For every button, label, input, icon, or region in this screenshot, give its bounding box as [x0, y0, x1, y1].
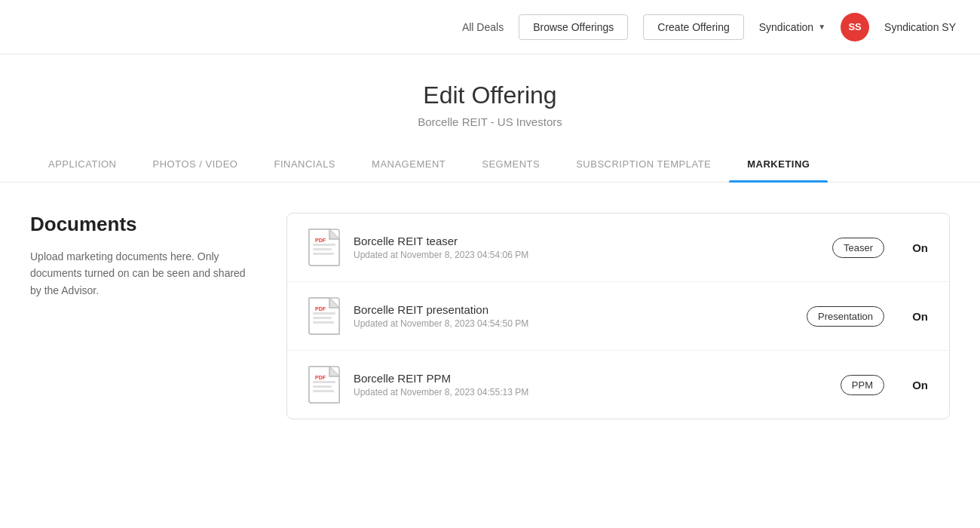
document-row-teaser: PDF Borcelle REIT teaser Updated at Nove…	[287, 213, 949, 282]
svg-text:PDF: PDF	[315, 375, 326, 380]
left-panel: Documents Upload marketing documents her…	[30, 213, 256, 419]
documents-section-title: Documents	[30, 213, 256, 236]
svg-rect-2	[313, 248, 332, 250]
pdf-icon-teaser: PDF	[308, 229, 340, 266]
svg-rect-8	[313, 321, 334, 324]
svg-rect-11	[313, 381, 335, 383]
doc-name-ppm: Borcelle REIT PPM	[354, 372, 827, 385]
pdf-icon-presentation: PDF	[308, 297, 340, 335]
right-panel: PDF Borcelle REIT teaser Updated at Nove…	[286, 213, 950, 419]
tab-marketing[interactable]: MARKETING	[729, 146, 828, 182]
pdf-icon-ppm: PDF	[308, 366, 340, 404]
document-row-presentation: PDF Borcelle REIT presentation Updated a…	[287, 282, 949, 351]
doc-status-teaser: On	[898, 241, 928, 254]
browse-offerings-button[interactable]: Browse Offerings	[519, 14, 628, 40]
doc-status-ppm: On	[898, 379, 928, 391]
header: All Deals Browse Offerings Create Offeri…	[0, 0, 980, 54]
main-content: Documents Upload marketing documents her…	[0, 183, 980, 419]
tab-application[interactable]: APPLICATION	[30, 146, 135, 182]
user-name-label: Syndication SY	[884, 21, 956, 33]
svg-rect-6	[313, 312, 335, 315]
chevron-down-icon: ▼	[818, 23, 825, 31]
avatar: SS	[841, 13, 869, 41]
doc-name-teaser: Borcelle REIT teaser	[354, 235, 819, 247]
tab-segments[interactable]: SEGMENTS	[464, 146, 558, 182]
svg-rect-12	[313, 385, 332, 388]
all-deals-link[interactable]: All Deals	[462, 21, 504, 33]
page-title-area: Edit Offering Borcelle REIT - US Investo…	[0, 54, 980, 146]
tab-photos-video[interactable]: PHOTOS / VIDEO	[135, 146, 256, 182]
page-title: Edit Offering	[0, 81, 980, 109]
svg-rect-1	[313, 244, 335, 246]
doc-badge-teaser[interactable]: Teaser	[832, 238, 884, 258]
documents-section-description: Upload marketing documents here. Only do…	[30, 248, 256, 299]
svg-rect-7	[313, 317, 332, 319]
tab-financials[interactable]: FINANCIALS	[256, 146, 354, 182]
doc-info-ppm: Borcelle REIT PPM Updated at November 8,…	[354, 372, 827, 398]
doc-updated-ppm: Updated at November 8, 2023 04:55:13 PM	[354, 387, 827, 398]
doc-info-presentation: Borcelle REIT presentation Updated at No…	[354, 303, 793, 329]
create-offering-button[interactable]: Create Offering	[643, 14, 743, 40]
tab-management[interactable]: MANAGEMENT	[354, 146, 464, 182]
syndication-label: Syndication	[759, 21, 813, 33]
tabs-bar: APPLICATION PHOTOS / VIDEO FINANCIALS MA…	[0, 146, 980, 183]
doc-name-presentation: Borcelle REIT presentation	[354, 303, 793, 316]
doc-updated-presentation: Updated at November 8, 2023 04:54:50 PM	[354, 318, 793, 329]
documents-card: PDF Borcelle REIT teaser Updated at Nove…	[286, 213, 950, 419]
syndication-dropdown[interactable]: Syndication ▼	[759, 21, 825, 33]
svg-text:PDF: PDF	[315, 306, 326, 312]
doc-updated-teaser: Updated at November 8, 2023 04:54:06 PM	[354, 250, 819, 260]
doc-info-teaser: Borcelle REIT teaser Updated at November…	[354, 235, 819, 260]
document-row-ppm: PDF Borcelle REIT PPM Updated at Novembe…	[287, 351, 949, 419]
tab-subscription-template[interactable]: SUBSCRIPTION TEMPLATE	[558, 146, 729, 182]
doc-badge-ppm[interactable]: PPM	[841, 375, 884, 395]
doc-status-presentation: On	[898, 310, 928, 323]
doc-badge-presentation[interactable]: Presentation	[807, 306, 884, 327]
svg-rect-13	[313, 390, 334, 392]
svg-text:PDF: PDF	[315, 238, 326, 243]
page-subtitle: Borcelle REIT - US Investors	[0, 115, 980, 128]
svg-rect-3	[313, 253, 334, 255]
